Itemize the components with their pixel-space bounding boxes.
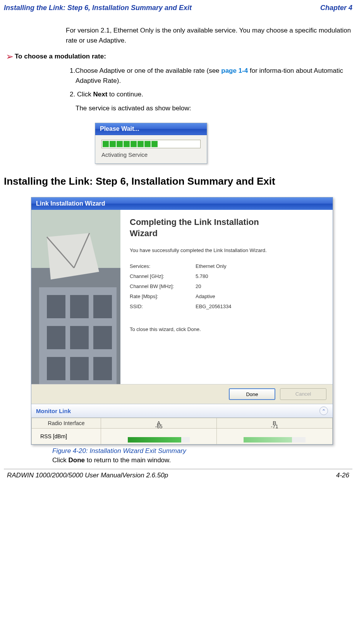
step-2: 2. Click Next to continue. [70, 89, 352, 99]
chevron-up-icon[interactable]: ⌃ [319, 407, 328, 415]
wizard-titlebar: Link Installation Wizard [31, 197, 333, 210]
svg-rect-7 [70, 295, 89, 318]
svg-rect-9 [47, 326, 65, 349]
svg-rect-12 [47, 357, 65, 380]
page-footer: RADWIN 1000/2000/5000 User ManualVersion… [4, 469, 352, 482]
footer-right: 4-26 [336, 472, 349, 479]
please-wait-dialog: Please Wait... Activating Service [95, 123, 207, 164]
wizard-sidebar-image [31, 210, 120, 384]
svg-rect-11 [93, 326, 112, 349]
monitor-title: Monitor Link [36, 408, 71, 414]
monitor-table: Radio Interface A B RSS [dBm] -65 -71 [31, 418, 333, 444]
monitor-header[interactable]: Monitor Link ⌃ [31, 404, 333, 418]
svg-rect-10 [70, 326, 89, 349]
intro-paragraph: For version 2.1, Ethernet Only is the on… [66, 26, 352, 45]
wizard-row: Services: Ethernet Only [130, 263, 323, 269]
done-button[interactable]: Done [229, 388, 275, 400]
rss-a-cell: -65 [101, 429, 216, 444]
row-label: RSS [dBm] [32, 429, 101, 444]
rss-b-cell: -71 [216, 429, 332, 444]
svg-rect-6 [47, 295, 65, 318]
procedure-title: To choose a modulation rate: [15, 53, 106, 60]
wizard-heading: Completing the Link Installation Wizard [130, 217, 323, 239]
progress-bar [101, 140, 201, 148]
wiz-key: Services: [130, 263, 196, 269]
wizard-intro: You have successfully completed the Link… [130, 247, 323, 253]
svg-rect-13 [70, 357, 89, 380]
procedure-heading: ➢ To choose a modulation rate: [6, 51, 352, 62]
wiz-key: Rate [Mbps]: [130, 293, 196, 299]
footer-left: RADWIN 1000/2000/5000 User ManualVersion… [7, 472, 168, 479]
wizard-row: Channel BW [MHz]: 20 [130, 283, 323, 289]
wizard-window: Link Installation Wizard [31, 197, 333, 445]
wizard-row: Rate [Mbps]: Adaptive [130, 293, 323, 299]
wiz-val: 5.780 [196, 273, 323, 279]
wizard-row: SSID: EBG_20561334 [130, 304, 323, 309]
section-title: Installing the Link: Step 6, Installatio… [4, 175, 352, 187]
step-2-sub: The service is activated as show below: [76, 103, 352, 113]
wiz-val: Adaptive [196, 293, 323, 299]
wiz-key: Channel [GHz]: [130, 273, 196, 279]
wiz-key: Channel BW [MHz]: [130, 283, 196, 289]
step-1: 1.Choose Adaptive or one of the availabl… [70, 66, 352, 86]
page-header: Installing the Link: Step 6, Installatio… [4, 4, 352, 16]
figure-caption: Figure 4-20: Installation Wizard Exit Su… [52, 447, 352, 455]
rss-bar-a-icon [128, 437, 190, 443]
col-iface: Radio Interface [32, 418, 101, 429]
svg-rect-8 [93, 295, 112, 318]
page-link[interactable]: page 1-4 [221, 67, 248, 74]
wiz-val: 20 [196, 283, 323, 289]
figure-note: Click Done to return to the main window. [52, 456, 352, 464]
wiz-val: Ethernet Only [196, 263, 323, 269]
header-right: Chapter 4 [320, 4, 352, 12]
wait-title: Please Wait... [100, 125, 139, 132]
wiz-key: SSID: [130, 304, 196, 309]
wizard-row: Channel [GHz]: 5.780 [130, 273, 323, 279]
cancel-button: Cancel [280, 388, 326, 400]
arrow-icon: ➢ [6, 51, 14, 62]
wait-titlebar: Please Wait... [95, 123, 207, 135]
wizard-close-text: To close this wizard, click Done. [130, 326, 323, 332]
header-left: Installing the Link: Step 6, Installatio… [4, 4, 192, 12]
wait-label: Activating Service [101, 151, 201, 158]
svg-rect-14 [93, 357, 112, 380]
wiz-val: EBG_20561334 [196, 304, 323, 309]
rss-bar-b-icon [244, 437, 306, 443]
